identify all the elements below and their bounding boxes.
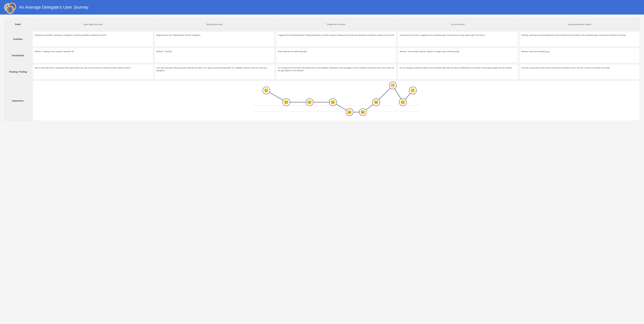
touchpoints-learn: Website - Landing screen, Agenda, Speake… xyxy=(33,48,153,63)
face-5: ☹️ xyxy=(347,110,352,115)
activities-learn: Browsing the websites. Speaking to colle… xyxy=(33,32,153,47)
thinking-access: That was a great event! Can't wait to ac… xyxy=(519,64,640,79)
face-9: 😐 xyxy=(400,100,405,105)
goals-label: Goals xyxy=(4,18,32,30)
col-booking-header: Booking the event xyxy=(154,18,275,30)
experience-svg: 🙂 😐 😐 😐 ☹️ ☹️ 😐 xyxy=(36,84,636,117)
main-content: Goals Learn about the event Booking the … xyxy=(0,15,644,125)
face-1: 🙂 xyxy=(264,88,269,93)
activities-prepare: Logging into the networking app. Emailin… xyxy=(276,32,396,47)
activities-label: Activities xyxy=(4,32,32,47)
touchpoints-prepare: Email, Website and Networking app xyxy=(276,48,396,63)
col-access-header: Access post event content xyxy=(519,18,640,30)
activities-access: Reading, watching and downloading post e… xyxy=(519,32,640,47)
avatar-group: 👤 👤 👤 xyxy=(4,3,16,12)
thinking-prepare: Am i prepared for this event? Why haven'… xyxy=(276,64,396,79)
face-2: 😐 xyxy=(284,100,289,105)
experience-label: Experience xyxy=(4,81,32,121)
activities-booking: Registering for self. Registering for se… xyxy=(154,32,275,47)
touchpoints-goto: Website - venue details, agenda, speaker… xyxy=(398,48,518,63)
thinking-label: Thinking / Feeling xyxy=(4,64,32,79)
activities-goto: Checking in at the event. Logging into t… xyxy=(398,32,518,47)
thinking-learn: Who is attending? Who is speaking? What … xyxy=(33,64,153,79)
col-goto-header: Go to the event xyxy=(398,18,518,30)
thinking-booking: Can I get a discount? What payments meth… xyxy=(154,64,275,79)
face-8: 😁 xyxy=(390,83,395,88)
col-learn-header: Learn about the event xyxy=(33,18,153,30)
face-10: 🙂 xyxy=(410,88,415,93)
avatar-3: 👤 xyxy=(6,6,14,14)
touchpoints-booking: Website - Checkout xyxy=(154,48,275,63)
journey-grid: Goals Learn about the event Booking the … xyxy=(4,18,640,121)
page-header: 👤 👤 👤 An Average Delegate's User Journey xyxy=(0,0,644,15)
face-7: 😐 xyxy=(374,100,378,105)
page-title: An Average Delegate's User Journey xyxy=(19,5,88,10)
face-4: 😐 xyxy=(330,100,335,105)
touchpoints-access: Website, email and networking app. xyxy=(519,48,640,63)
face-6: ☹️ xyxy=(360,110,365,115)
experience-chart: 🙂 😐 😐 😐 ☹️ ☹️ 😐 xyxy=(33,81,640,121)
touchpoints-label: Touchpoints xyxy=(4,48,32,63)
face-3: 😐 xyxy=(307,100,312,105)
col-prepare-header: Prepare for the event xyxy=(276,18,396,30)
thinking-goto: Are my meetings confirmed? Where is the … xyxy=(398,64,518,79)
